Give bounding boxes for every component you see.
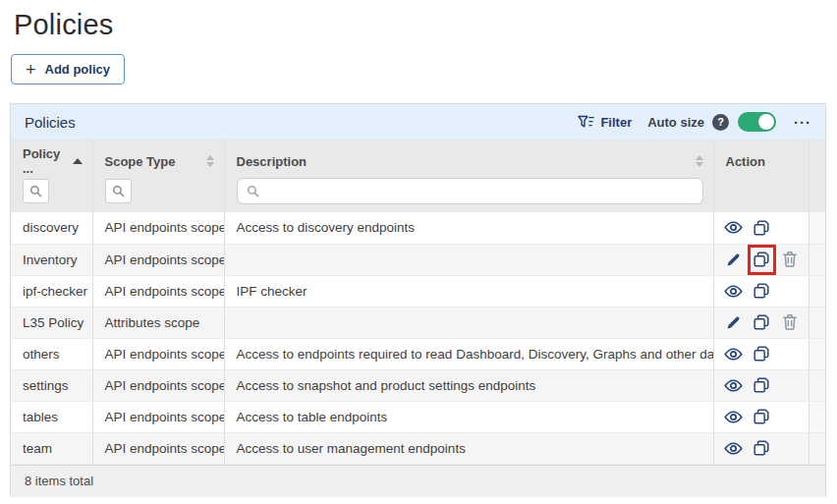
cell-actions bbox=[713, 275, 809, 307]
eye-icon bbox=[724, 348, 743, 361]
table-row: InventoryAPI endpoints scope bbox=[11, 244, 825, 275]
view-action-button[interactable] bbox=[725, 219, 742, 236]
panel-header: Policies Filter Auto size ? ··· bbox=[11, 104, 825, 140]
pencil-icon bbox=[726, 252, 741, 267]
filter-button[interactable]: Filter bbox=[578, 115, 632, 130]
policies-table: Policy ... Scope Type Description bbox=[11, 140, 825, 465]
column-header-row: Policy ... Scope Type Description bbox=[11, 140, 825, 176]
search-icon bbox=[112, 185, 125, 197]
copy-action-button[interactable] bbox=[753, 219, 770, 236]
column-header-action: Action bbox=[713, 140, 809, 176]
view-action-button[interactable] bbox=[725, 346, 742, 363]
cell-description: Access to user management endpoints bbox=[224, 432, 713, 464]
cell-description: Access to table endpoints bbox=[224, 401, 713, 432]
cell-scope-type: API endpoints scope bbox=[92, 212, 224, 244]
column-search-row bbox=[11, 176, 825, 212]
view-action-button[interactable] bbox=[725, 377, 742, 394]
cell-actions bbox=[713, 432, 809, 464]
policy-search-button[interactable] bbox=[23, 179, 49, 203]
toggle-knob bbox=[758, 114, 774, 130]
cell-actions bbox=[713, 212, 809, 244]
plus-icon: + bbox=[26, 61, 36, 79]
cell-scope-type: API endpoints scope bbox=[92, 432, 224, 464]
table-row: ipf-checkerAPI endpoints scopeIPF checke… bbox=[11, 275, 825, 307]
cell-policy-name: discovery bbox=[11, 212, 92, 244]
cell-scope-type: API endpoints scope bbox=[92, 244, 224, 275]
table-row: teamAPI endpoints scopeAccess to user ma… bbox=[11, 432, 825, 464]
sort-toggle-icon bbox=[696, 155, 703, 167]
search-icon bbox=[29, 185, 42, 197]
scope-search-cell bbox=[92, 176, 224, 212]
scope-type-search-button[interactable] bbox=[105, 179, 132, 203]
cell-policy-name: settings bbox=[11, 369, 92, 401]
page-title: Policies bbox=[14, 9, 837, 41]
delete-action-button[interactable] bbox=[782, 314, 799, 331]
cell-description: Access to discovery endpoints bbox=[224, 212, 713, 244]
copy-action-button[interactable] bbox=[753, 346, 770, 363]
more-menu-button[interactable]: ··· bbox=[794, 115, 811, 130]
copy-action-button[interactable] bbox=[753, 252, 770, 268]
column-label: Policy ... bbox=[23, 146, 73, 176]
description-search-cell bbox=[224, 176, 713, 212]
edit-action-button[interactable] bbox=[725, 252, 742, 268]
cell-scope-type: Attributes scope bbox=[92, 307, 224, 338]
table-row: tablesAPI endpoints scopeAccess to table… bbox=[11, 401, 825, 432]
copy-icon bbox=[753, 220, 769, 236]
cell-policy-name: ipf-checker bbox=[11, 275, 92, 307]
cell-scope-type: API endpoints scope bbox=[92, 338, 224, 369]
help-icon[interactable]: ? bbox=[712, 114, 729, 131]
cell-actions bbox=[713, 369, 809, 401]
filter-label: Filter bbox=[600, 115, 632, 130]
cell-scope-type: API endpoints scope bbox=[92, 369, 224, 401]
cell-description bbox=[224, 307, 713, 338]
cell-actions bbox=[713, 338, 809, 369]
search-icon bbox=[247, 185, 259, 197]
column-header-scope-type[interactable]: Scope Type bbox=[92, 140, 224, 176]
cell-gutter bbox=[809, 212, 825, 244]
edit-action-button[interactable] bbox=[725, 314, 742, 331]
eye-icon bbox=[724, 442, 743, 455]
policy-search-cell bbox=[11, 176, 92, 212]
auto-size-toggle[interactable] bbox=[738, 112, 776, 132]
copy-action-button[interactable] bbox=[753, 314, 770, 331]
description-search-input[interactable] bbox=[266, 183, 694, 199]
column-label: Action bbox=[726, 154, 765, 169]
table-body: discoveryAPI endpoints scopeAccess to di… bbox=[11, 212, 825, 464]
column-header-policy-name[interactable]: Policy ... bbox=[11, 140, 92, 176]
page: Policies + Add policy Policies Filter Au… bbox=[0, 9, 837, 496]
eye-icon bbox=[724, 285, 743, 298]
policies-panel: Policies Filter Auto size ? ··· bbox=[10, 103, 826, 496]
trash-icon bbox=[783, 314, 797, 330]
cell-policy-name: team bbox=[11, 432, 92, 464]
add-policy-label: Add policy bbox=[45, 62, 110, 77]
copy-action-button[interactable] bbox=[753, 283, 770, 300]
table-row: L35 PolicyAttributes scope bbox=[11, 307, 825, 338]
copy-icon bbox=[753, 409, 769, 424]
add-policy-button[interactable]: + Add policy bbox=[11, 54, 125, 84]
delete-action-button[interactable] bbox=[782, 252, 799, 268]
view-action-button[interactable] bbox=[725, 283, 742, 300]
gutter-search-cell bbox=[809, 176, 825, 212]
panel-toolbar: Filter Auto size ? ··· bbox=[578, 112, 811, 132]
cell-policy-name: tables bbox=[11, 401, 92, 432]
copy-icon bbox=[753, 252, 769, 267]
copy-action-button[interactable] bbox=[753, 409, 770, 425]
eye-icon bbox=[724, 221, 743, 234]
copy-icon bbox=[753, 346, 769, 362]
eye-icon bbox=[724, 411, 743, 423]
view-action-button[interactable] bbox=[725, 409, 742, 425]
cell-description: Access to endpoints required to read Das… bbox=[224, 338, 713, 369]
cell-actions bbox=[713, 401, 809, 432]
cell-description bbox=[224, 244, 713, 275]
cell-scope-type: API endpoints scope bbox=[92, 275, 224, 307]
copy-action-button[interactable] bbox=[753, 377, 770, 394]
column-header-description[interactable]: Description bbox=[224, 140, 713, 176]
copy-icon bbox=[753, 440, 769, 456]
view-action-button[interactable] bbox=[725, 440, 742, 457]
cell-policy-name: others bbox=[11, 338, 92, 369]
filter-icon bbox=[578, 115, 594, 129]
panel-title: Policies bbox=[25, 114, 76, 131]
copy-action-button[interactable] bbox=[753, 440, 770, 457]
cell-actions bbox=[713, 307, 809, 338]
copy-icon bbox=[753, 283, 769, 299]
